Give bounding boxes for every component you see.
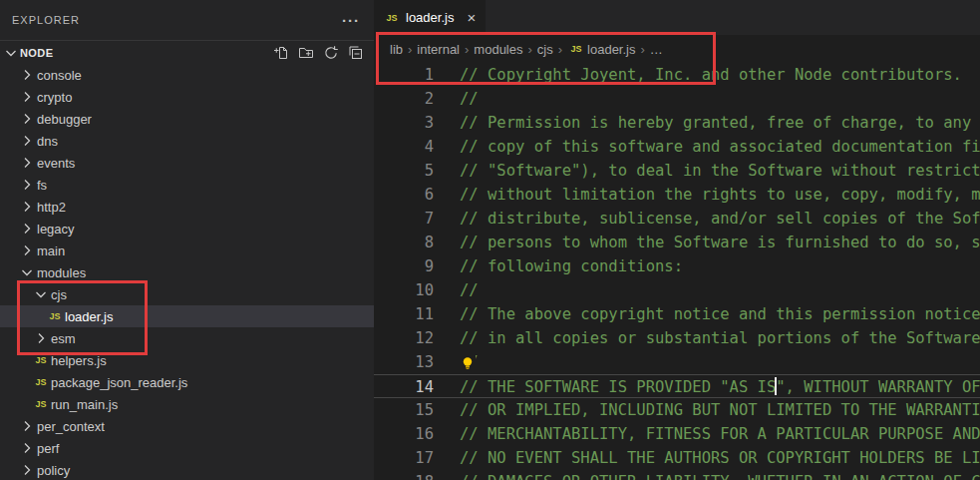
tree-item-per-context[interactable]: per_context — [0, 415, 374, 437]
explorer-header: EXPLORER ··· — [0, 0, 374, 40]
tab-loader-js[interactable]: JS loader.js × — [374, 0, 486, 35]
code-line-2[interactable]: 2// — [374, 87, 980, 111]
tree-item-legacy[interactable]: legacy — [0, 218, 374, 240]
section-actions — [273, 45, 366, 61]
refresh-icon[interactable] — [323, 45, 339, 61]
line-text: // DAMAGES OR OTHER LIABILITY, WHETHER I… — [434, 470, 980, 480]
code-line-17[interactable]: 17// NO EVENT SHALL THE AUTHORS OR COPYR… — [374, 446, 980, 470]
tab-label: loader.js — [406, 10, 454, 25]
code-line-15[interactable]: 15// OR IMPLIED, INCLUDING BUT NOT LIMIT… — [374, 398, 980, 422]
editor-code[interactable]: 1// Copyright Joyent, Inc. and other Nod… — [374, 63, 980, 480]
new-folder-icon[interactable] — [298, 45, 314, 61]
tree-item-http2[interactable]: http2 — [0, 196, 374, 218]
code-line-14[interactable]: 14// THE SOFTWARE IS PROVIDED "AS IS", W… — [374, 374, 980, 398]
file-tree: consolecryptodebuggerdnseventsfshttp2leg… — [0, 64, 374, 480]
code-line-13[interactable]: 13// — [374, 350, 980, 374]
tree-item-helpers-js[interactable]: JShelpers.js — [0, 349, 374, 371]
code-line-9[interactable]: 9// following conditions: — [374, 254, 980, 278]
line-text: // distribute, sublicense, and/or sell c… — [434, 207, 980, 231]
line-number: 4 — [374, 135, 434, 159]
explorer-title: EXPLORER — [12, 14, 80, 26]
tree-item-label: package_json_reader.js — [50, 375, 187, 390]
breadcrumb-item-loader-js[interactable]: JSloader.js — [567, 41, 635, 57]
tree-item-perf[interactable]: perf — [0, 437, 374, 459]
tree-item-events[interactable]: events — [0, 152, 374, 174]
tree-item-policy[interactable]: policy — [0, 459, 374, 480]
tree-item-label: crypto — [36, 90, 72, 105]
breadcrumb-item-cjs[interactable]: cjs — [537, 42, 553, 57]
breadcrumb-separator-icon: › — [558, 42, 562, 57]
chevron-right-icon — [18, 155, 36, 171]
breadcrumb-item-internal[interactable]: internal — [417, 42, 460, 57]
line-text: // THE SOFTWARE IS PROVIDED "AS IS", WIT… — [434, 375, 980, 397]
code-line-3[interactable]: 3// Permission is hereby granted, free o… — [374, 111, 980, 135]
tree-item-console[interactable]: console — [0, 64, 374, 86]
code-line-16[interactable]: 16// MERCHANTABILITY, FITNESS FOR A PART… — [374, 422, 980, 446]
code-line-6[interactable]: 6// without limitation the rights to use… — [374, 183, 980, 207]
line-text: // in all copies or substantial portions… — [434, 326, 980, 350]
tree-item-label: per_context — [36, 419, 105, 434]
tree-item-debugger[interactable]: debugger — [0, 108, 374, 130]
code-line-18[interactable]: 18// DAMAGES OR OTHER LIABILITY, WHETHER… — [374, 470, 980, 480]
code-line-7[interactable]: 7// distribute, sublicense, and/or sell … — [374, 207, 980, 231]
chevron-right-icon — [18, 177, 36, 193]
tree-item-package-json-reader-js[interactable]: JSpackage_json_reader.js — [0, 371, 374, 393]
line-number: 9 — [374, 254, 434, 278]
breadcrumb-label: internal — [417, 42, 460, 57]
tree-item-label: console — [36, 68, 82, 83]
line-number: 1 — [374, 63, 434, 87]
section-header-node[interactable]: NODE — [0, 40, 374, 64]
chevron-right-icon — [18, 462, 36, 478]
code-line-5[interactable]: 5// "Software"), to deal in the Software… — [374, 159, 980, 183]
vscode-window: EXPLORER ··· NODE consolecryptodebuggerd… — [0, 0, 980, 480]
tree-item-run-main-js[interactable]: JSrun_main.js — [0, 393, 374, 415]
chevron-right-icon — [18, 418, 36, 434]
lightbulb-icon[interactable] — [460, 354, 476, 370]
tree-item-dns[interactable]: dns — [0, 130, 374, 152]
code-line-11[interactable]: 11// The above copyright notice and this… — [374, 302, 980, 326]
explorer-sidebar: EXPLORER ··· NODE consolecryptodebuggerd… — [0, 0, 374, 480]
breadcrumb: lib›internal›modules›cjs›JSloader.js›… — [374, 35, 980, 63]
breadcrumb-item-lib[interactable]: lib — [390, 42, 403, 57]
tree-item-modules[interactable]: modules — [0, 261, 374, 283]
tree-item-label: modules — [36, 265, 86, 280]
tree-item-crypto[interactable]: crypto — [0, 86, 374, 108]
tree-item-main[interactable]: main — [0, 240, 374, 261]
tree-item-fs[interactable]: fs — [0, 174, 374, 196]
tree-item-label: loader.js — [64, 309, 113, 324]
breadcrumb-label: loader.js — [587, 42, 635, 57]
tree-item-label: events — [36, 156, 75, 171]
line-text: // — [434, 278, 479, 302]
new-file-icon[interactable] — [273, 45, 289, 61]
code-line-4[interactable]: 4// copy of this software and associated… — [374, 135, 980, 159]
line-text: // Permission is hereby granted, free of… — [434, 111, 980, 135]
tab-close-icon[interactable]: × — [467, 10, 476, 25]
code-line-1[interactable]: 1// Copyright Joyent, Inc. and other Nod… — [374, 63, 980, 87]
js-file-icon: JS — [567, 41, 585, 57]
breadcrumb-item-more[interactable]: … — [650, 42, 663, 57]
tree-item-cjs[interactable]: cjs — [0, 283, 374, 305]
tree-item-esm[interactable]: esm — [0, 327, 374, 349]
js-file-icon: JS — [32, 396, 50, 412]
tree-item-loader-js[interactable]: JSloader.js — [0, 305, 374, 327]
line-text: // persons to whom the Software is furni… — [434, 231, 980, 254]
breadcrumb-label: … — [650, 42, 663, 57]
more-actions-icon[interactable]: ··· — [342, 12, 360, 29]
editor-area: JS loader.js × lib›internal›modules›cjs›… — [374, 0, 980, 480]
code-line-12[interactable]: 12// in all copies or substantial portio… — [374, 326, 980, 350]
breadcrumb-item-modules[interactable]: modules — [474, 42, 522, 57]
line-number: 5 — [374, 159, 434, 183]
code-line-8[interactable]: 8// persons to whom the Software is furn… — [374, 231, 980, 254]
breadcrumb-separator-icon: › — [408, 42, 412, 57]
line-number: 11 — [374, 302, 434, 326]
line-number: 3 — [374, 111, 434, 135]
code-line-10[interactable]: 10// — [374, 278, 980, 302]
line-text: // — [434, 87, 479, 111]
chevron-down-icon — [3, 45, 19, 61]
js-file-icon: JS — [32, 352, 50, 368]
collapse-all-icon[interactable] — [348, 45, 364, 61]
breadcrumb-label: modules — [474, 42, 522, 57]
line-number: 12 — [374, 326, 434, 350]
line-number: 10 — [374, 278, 434, 302]
line-text: // "Software"), to deal in the Software … — [434, 159, 980, 183]
